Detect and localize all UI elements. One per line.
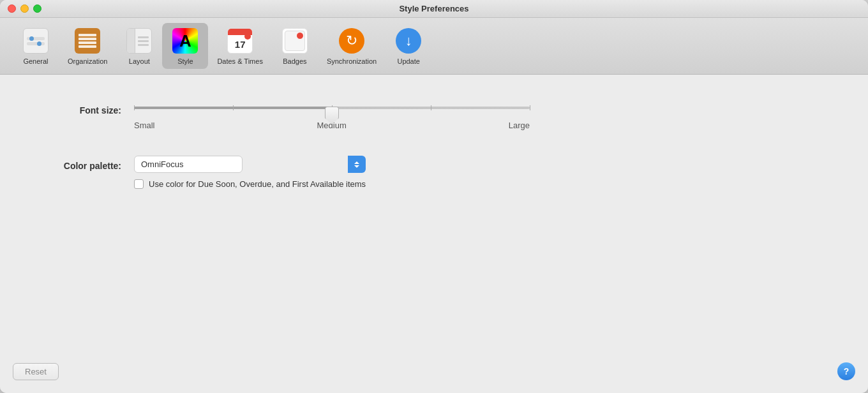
dates-times-icon: 17 [226,27,254,55]
slider-tick-5 [530,105,530,110]
toolbar-label-dates-times: Dates & Times [217,57,263,65]
slider-label-small: Small [134,121,155,130]
synchronization-icon: ↻ [338,27,366,55]
toolbar-item-update[interactable]: ↓ Update [385,23,431,69]
close-button[interactable] [8,4,16,13]
slider-label-large: Large [509,121,530,130]
toolbar-label-synchronization: Synchronization [327,57,377,65]
checkbox-row: Use color for Due Soon, Overdue, and Fir… [134,179,366,189]
font-size-slider[interactable] [134,107,530,109]
general-icon [22,27,50,55]
color-palette-select-wrapper: OmniFocus [134,156,366,173]
minimize-button[interactable] [20,4,29,13]
toolbar: General Organization [0,18,868,75]
toolbar-item-dates-times[interactable]: 17 Dates & Times [208,23,272,69]
use-color-checkbox[interactable] [134,179,144,189]
main-content: Font size: [0,75,868,393]
window: Style Preferences General [0,0,868,393]
font-size-section: Font size: [38,100,830,130]
toolbar-item-style[interactable]: A Style [162,23,208,69]
font-size-content: Small Medium Large [134,100,830,130]
slider-tick-1 [134,105,135,110]
toolbar-item-general[interactable]: General [13,23,59,69]
font-size-slider-container: Small Medium Large [134,100,530,130]
color-palette-content: OmniFocus Use color for Due Soon, Overdu… [134,156,366,189]
toolbar-label-update: Update [397,57,419,65]
traffic-lights [8,4,41,13]
checkbox-label: Use color for Due Soon, Overdue, and Fir… [149,179,366,189]
reset-button[interactable]: Reset [13,363,59,380]
slider-tick-4 [431,105,431,110]
slider-tick-2 [233,105,234,110]
toolbar-label-badges: Badges [283,57,306,65]
toolbar-label-organization: Organization [68,57,107,65]
maximize-button[interactable] [33,4,41,13]
color-palette-label: Color palette: [38,156,121,171]
font-size-label: Font size: [38,100,121,115]
bottom-bar: Reset ? [13,362,855,380]
toolbar-item-organization[interactable]: Organization [59,23,116,69]
organization-icon [73,27,101,55]
layout-icon [125,27,153,55]
update-icon: ↓ [394,27,423,55]
badges-icon [281,27,309,55]
style-icon: A [171,27,199,55]
select-arrow-button[interactable] [348,156,366,173]
toolbar-label-layout: Layout [129,57,150,65]
help-button[interactable]: ? [837,362,855,380]
window-title: Style Preferences [399,4,468,13]
toolbar-item-synchronization[interactable]: ↻ Synchronization [318,23,385,69]
title-bar: Style Preferences [0,0,868,18]
toolbar-label-style: Style [177,57,193,65]
color-palette-section: Color palette: OmniFocus Use color for D… [38,156,830,189]
toolbar-item-badges[interactable]: Badges [272,23,318,69]
slider-track-wrapper [134,100,530,115]
color-palette-select[interactable]: OmniFocus [134,156,243,173]
toolbar-item-layout[interactable]: Layout [116,23,162,69]
toolbar-label-general: General [23,57,48,65]
